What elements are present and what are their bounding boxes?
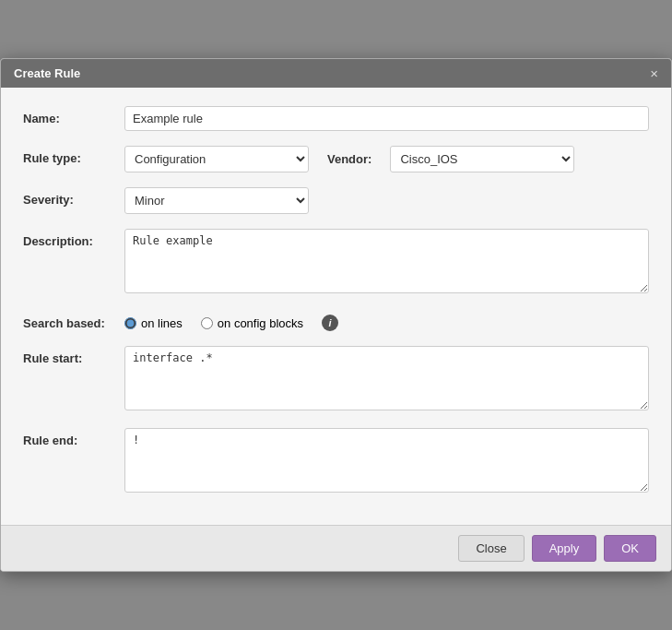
search-field: on lines on config blocks i (124, 311, 649, 331)
create-rule-dialog: Create Rule × Name: Rule type: Configura… (0, 58, 672, 572)
rule-start-label: Rule start: (23, 346, 124, 365)
dialog-footer: Close Apply OK (1, 525, 671, 571)
name-field (124, 106, 649, 131)
search-config-label: on config blocks (218, 316, 303, 330)
rule-end-textarea[interactable]: ! (124, 428, 649, 493)
search-label: Search based: (23, 311, 124, 330)
dialog-title: Create Rule (14, 66, 80, 80)
vendor-select[interactable]: Cisco_IOS Cisco_NX Juniper (390, 146, 574, 172)
ok-button[interactable]: OK (604, 535, 656, 562)
severity-select[interactable]: Minor Major Critical Info (124, 187, 309, 214)
search-online-option[interactable]: on lines (124, 316, 183, 330)
description-label: Description: (23, 229, 124, 248)
dialog-header: Create Rule × (1, 59, 671, 88)
ruletype-select[interactable]: Configuration Operational (124, 146, 309, 172)
info-icon[interactable]: i (322, 315, 338, 331)
rule-end-label: Rule end: (23, 428, 124, 447)
description-row: Description: Rule example (23, 229, 649, 296)
apply-button[interactable]: Apply (532, 535, 597, 562)
ruletype-vendor-row: Rule type: Configuration Operational Ven… (23, 146, 649, 172)
name-row: Name: (23, 106, 649, 131)
rule-end-row: Rule end: ! (23, 428, 649, 495)
name-label: Name: (23, 106, 124, 125)
ruletype-vendor-group: Configuration Operational Vendor: Cisco_… (124, 146, 649, 172)
rule-end-field: ! (124, 428, 649, 495)
severity-field: Minor Major Critical Info (124, 187, 649, 214)
rule-start-row: Rule start: interface .* (23, 346, 649, 413)
severity-label: Severity: (23, 187, 124, 207)
vendor-label: Vendor: (327, 152, 371, 166)
ruletype-label: Rule type: (23, 146, 124, 165)
search-config-radio[interactable] (201, 317, 213, 329)
ruletype-field: Configuration Operational Vendor: Cisco_… (124, 146, 649, 172)
description-field: Rule example (124, 229, 649, 296)
rule-start-textarea[interactable]: interface .* (124, 346, 649, 410)
name-input[interactable] (124, 106, 649, 131)
search-online-radio[interactable] (124, 317, 136, 329)
description-textarea[interactable]: Rule example (124, 229, 649, 293)
close-button[interactable]: Close (458, 535, 524, 562)
rule-start-field: interface .* (124, 346, 649, 413)
search-radio-group: on lines on config blocks i (124, 311, 649, 331)
search-config-option[interactable]: on config blocks (201, 316, 303, 330)
dialog-close-x-button[interactable]: × (650, 66, 658, 80)
search-online-label: on lines (141, 316, 183, 330)
search-based-row: Search based: on lines on config blocks … (23, 311, 649, 331)
dialog-body: Name: Rule type: Configuration Operation… (1, 88, 671, 525)
severity-row: Severity: Minor Major Critical Info (23, 187, 649, 214)
